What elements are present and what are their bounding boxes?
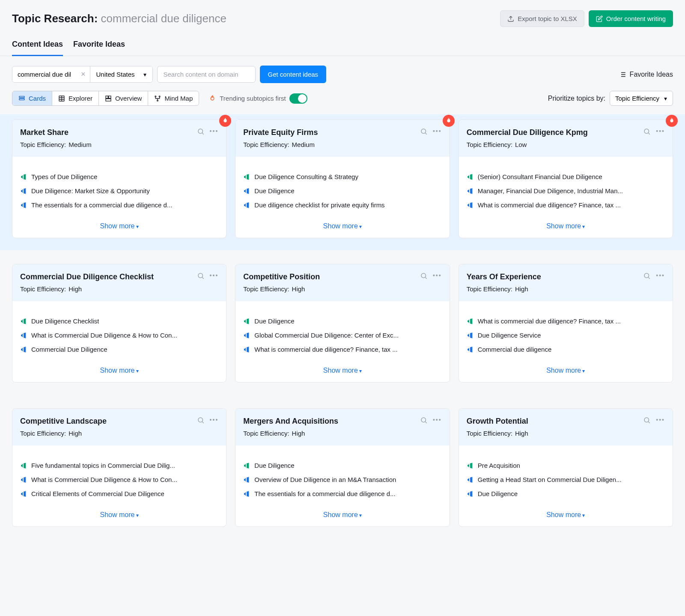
tab-favorite-ideas[interactable]: Favorite Ideas [73, 40, 125, 56]
idea-item[interactable]: What is Commercial Due Diligence & How t… [20, 472, 218, 487]
idea-item[interactable]: What is commercial due diligence? Financ… [467, 314, 665, 328]
get-content-ideas-button[interactable]: Get content ideas [260, 66, 327, 83]
view-explorer[interactable]: Explorer [52, 91, 99, 105]
idea-item[interactable]: (Senior) Consultant Financial Due Dilige… [467, 170, 665, 184]
order-content-button[interactable]: Order content writing [589, 10, 673, 27]
idea-item[interactable]: Overview of Due Diligence in an M&A Tran… [243, 472, 441, 487]
topic-card: Competitive Position ••• Topic Efficienc… [235, 264, 450, 383]
view-mindmap[interactable]: Mind Map [148, 91, 199, 105]
view-overview[interactable]: Overview [99, 91, 149, 105]
bullhorn-icon [467, 490, 474, 497]
idea-text: What is Commercial Due Diligence & How t… [31, 332, 177, 339]
card-search-icon[interactable] [643, 416, 651, 424]
card-more-icon[interactable]: ••• [210, 128, 219, 135]
svg-point-35 [644, 418, 649, 422]
efficiency-value: Medium [68, 141, 91, 148]
card-more-icon[interactable]: ••• [210, 416, 219, 424]
card-more-icon[interactable]: ••• [433, 272, 442, 280]
idea-item[interactable]: Due Diligence: Market Size & Opportunity [20, 184, 218, 198]
efficiency-label: Topic Efficiency [20, 430, 66, 437]
card-more-icon[interactable]: ••• [656, 416, 665, 424]
card-title: Market Share [20, 128, 68, 138]
card-search-icon[interactable] [420, 128, 428, 135]
idea-item[interactable]: Due Diligence Consulting & Strategy [243, 170, 441, 184]
efficiency-label: Topic Efficiency [243, 285, 289, 293]
card-search-icon[interactable] [197, 128, 205, 135]
idea-item[interactable]: Getting a Head Start on Commercial Due D… [467, 472, 665, 487]
idea-item[interactable]: Types of Due Diligence [20, 170, 218, 184]
card-search-icon[interactable] [197, 416, 205, 424]
card-more-icon[interactable]: ••• [433, 128, 442, 135]
card-search-icon[interactable] [420, 416, 428, 424]
bullhorn-icon [243, 173, 250, 180]
card-search-icon[interactable] [420, 272, 428, 280]
card-search-icon[interactable] [643, 272, 651, 280]
export-xlsx-label: Export topic to XLSX [518, 15, 577, 22]
bullhorn-icon [243, 346, 250, 353]
efficiency-label: Topic Efficiency [467, 285, 512, 293]
svg-rect-13 [106, 96, 108, 98]
card-title: Mergers And Acquisitions [243, 416, 338, 426]
favorite-ideas-link[interactable]: Favorite Ideas [619, 71, 673, 78]
show-more-link[interactable]: Show more [12, 505, 226, 526]
card-more-icon[interactable]: ••• [656, 128, 665, 135]
idea-item[interactable]: Five fundamental topics in Commercial Du… [20, 458, 218, 472]
tab-content-ideas[interactable]: Content Ideas [12, 40, 63, 56]
topic-card: Market Share ••• Topic Efficiency Medium… [12, 120, 226, 238]
idea-item[interactable]: The essentials for a commercial due dili… [243, 487, 441, 501]
topic-card: Competitive Landscape ••• Topic Efficien… [12, 408, 226, 527]
trending-toggle[interactable] [289, 93, 307, 104]
idea-item[interactable]: Due Diligence [243, 314, 441, 328]
card-more-icon[interactable]: ••• [656, 272, 665, 280]
idea-item[interactable]: What is commercial due diligence? Financ… [243, 342, 441, 356]
idea-text: Five fundamental topics in Commercial Du… [31, 462, 175, 469]
idea-item[interactable]: What is commercial due diligence? Financ… [467, 198, 665, 212]
idea-item[interactable]: Due Diligence [467, 487, 665, 501]
idea-item[interactable]: Commercial due diligence [467, 342, 665, 356]
topic-card: Years Of Experience ••• Topic Efficiency… [459, 264, 673, 383]
show-more-link[interactable]: Show more [235, 505, 449, 526]
svg-line-32 [202, 422, 203, 423]
show-more-link[interactable]: Show more [459, 361, 673, 382]
trending-badge-icon [219, 115, 231, 127]
bullhorn-icon [467, 318, 474, 325]
domain-input[interactable] [157, 66, 256, 83]
idea-text: Getting a Head Start on Commercial Due D… [478, 476, 622, 483]
keyword-input[interactable] [12, 66, 77, 82]
show-more-link[interactable]: Show more [12, 216, 226, 238]
show-more-link[interactable]: Show more [459, 216, 673, 238]
show-more-link[interactable]: Show more [235, 361, 449, 382]
idea-text: Due Diligence [478, 490, 518, 497]
clear-keyword-icon[interactable]: × [77, 66, 90, 82]
idea-item[interactable]: The essentials for a commercial due dili… [20, 198, 218, 212]
idea-item[interactable]: Commercial Due Diligence [20, 342, 218, 356]
idea-item[interactable]: Pre Acquisition [467, 458, 665, 472]
view-cards[interactable]: Cards [12, 91, 52, 105]
idea-item[interactable]: What is Commercial Due Diligence & How t… [20, 328, 218, 342]
idea-item[interactable]: Critical Elements of Commercial Due Dili… [20, 487, 218, 501]
idea-item[interactable]: Due Diligence [243, 458, 441, 472]
card-search-icon[interactable] [197, 272, 205, 280]
card-more-icon[interactable]: ••• [210, 272, 219, 280]
prioritize-select[interactable]: Topic Efficiency [610, 91, 673, 106]
list-icon [619, 71, 626, 78]
efficiency-label: Topic Efficiency [467, 141, 512, 148]
show-more-link[interactable]: Show more [12, 361, 226, 382]
card-title: Years Of Experience [467, 272, 541, 282]
bullhorn-icon [20, 173, 27, 180]
idea-item[interactable]: Due diligence checklist for private equi… [243, 198, 441, 212]
show-more-link[interactable]: Show more [235, 216, 449, 238]
idea-item[interactable]: Due Diligence Checklist [20, 314, 218, 328]
prioritize-label: Prioritize topics by: [548, 95, 605, 102]
idea-item[interactable]: Manager, Financial Due Diligence, Indust… [467, 184, 665, 198]
card-search-icon[interactable] [643, 128, 651, 135]
svg-point-33 [421, 418, 426, 422]
idea-item[interactable]: Due Diligence [243, 184, 441, 198]
country-select[interactable]: United States [90, 66, 152, 82]
export-xlsx-button[interactable]: Export topic to XLSX [500, 10, 584, 27]
card-more-icon[interactable]: ••• [433, 416, 442, 424]
bullhorn-icon [243, 476, 250, 483]
show-more-link[interactable]: Show more [459, 505, 673, 526]
idea-item[interactable]: Global Commercial Due Diligence: Center … [243, 328, 441, 342]
idea-item[interactable]: Due Diligence Service [467, 328, 665, 342]
